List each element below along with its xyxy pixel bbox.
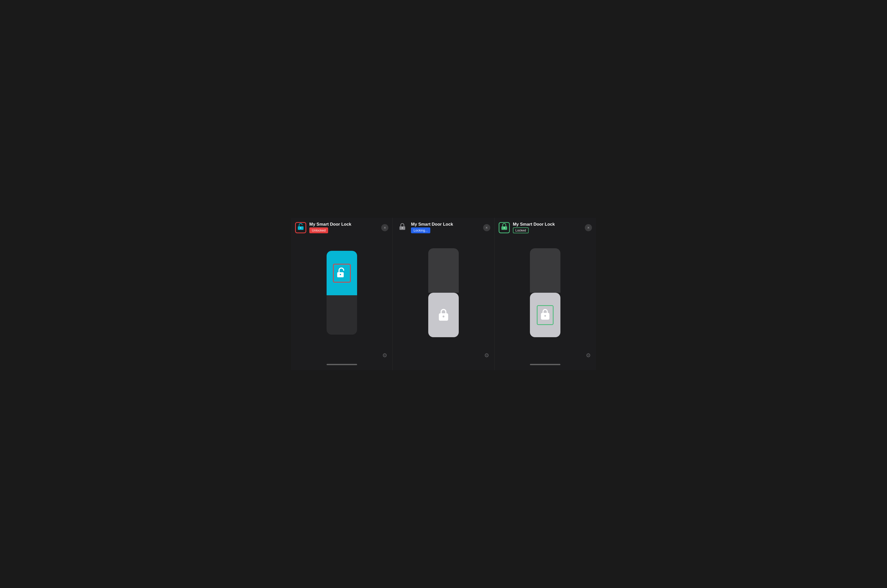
lock-icon-box-unlocked bbox=[333, 264, 351, 283]
bottom-area-locked bbox=[495, 364, 596, 370]
lock-icon-locking bbox=[438, 309, 449, 322]
panel-header-locked: My Smart Door Lock Locked × bbox=[495, 218, 596, 236]
panel-body-locked bbox=[495, 236, 596, 349]
header-icon-wrapper-unlocked bbox=[295, 222, 306, 233]
svg-point-3 bbox=[339, 274, 341, 275]
lock-shape-locked bbox=[530, 248, 560, 337]
panel-header-unlocked: My Smart Door Lock Unlocked × bbox=[291, 218, 392, 236]
status-badge-unlocked: Unlocked bbox=[309, 227, 328, 233]
lock-lower-locked bbox=[530, 293, 560, 337]
device-name-locking: My Smart Door Lock bbox=[411, 222, 480, 227]
panel-locking: My Smart Door Lock Locking... × ⚙ bbox=[393, 218, 494, 370]
panel-footer-unlocked: ⚙ bbox=[291, 349, 392, 364]
panel-footer-locking: ⚙ bbox=[393, 349, 494, 364]
home-indicator-unlocked bbox=[327, 364, 357, 365]
unlock-icon bbox=[336, 267, 347, 278]
header-lock-icon-locked bbox=[500, 223, 508, 232]
svg-point-9 bbox=[504, 227, 505, 228]
svg-point-5 bbox=[402, 227, 403, 228]
close-button-unlocked[interactable]: × bbox=[381, 224, 388, 231]
panel-unlocked: My Smart Door Lock Unlocked × bbox=[291, 218, 393, 370]
header-icon-wrapper-locked bbox=[499, 222, 510, 233]
close-button-locking[interactable]: × bbox=[483, 224, 490, 231]
panel-body-unlocked bbox=[291, 236, 392, 349]
panel-locked: My Smart Door Lock Locked × bbox=[495, 218, 596, 370]
gear-icon-locking[interactable]: ⚙ bbox=[484, 352, 489, 359]
lock-upper-locking bbox=[428, 248, 459, 293]
lock-icon-box-locked bbox=[537, 305, 554, 325]
lock-shape-locking bbox=[428, 248, 459, 337]
status-badge-locking: Locking... bbox=[411, 227, 430, 233]
lock-upper-unlocked bbox=[327, 251, 357, 295]
lock-lower-unlocked bbox=[327, 295, 357, 334]
bottom-area-locking bbox=[393, 364, 494, 370]
header-lock-icon-locking bbox=[399, 223, 406, 232]
header-text-locked: My Smart Door Lock Locked bbox=[513, 222, 582, 233]
svg-point-1 bbox=[300, 227, 301, 228]
panel-footer-locked: ⚙ bbox=[495, 349, 596, 364]
header-text-locking: My Smart Door Lock Locking... bbox=[411, 222, 480, 233]
lock-lower-locking bbox=[428, 293, 459, 337]
panels-container: My Smart Door Lock Unlocked × bbox=[291, 218, 596, 370]
status-badge-locked: Locked bbox=[513, 227, 529, 233]
close-button-locked[interactable]: × bbox=[585, 224, 592, 231]
home-indicator-locked bbox=[530, 364, 560, 365]
lock-icon-locked bbox=[540, 309, 550, 321]
device-name-locked: My Smart Door Lock bbox=[513, 222, 582, 227]
lock-shape-unlocked bbox=[327, 251, 357, 334]
panel-header-locking: My Smart Door Lock Locking... × bbox=[393, 218, 494, 236]
svg-point-11 bbox=[545, 315, 546, 316]
gear-icon-locked[interactable]: ⚙ bbox=[586, 352, 591, 359]
header-lock-icon-unlocked bbox=[297, 223, 305, 232]
header-text-unlocked: My Smart Door Lock Unlocked bbox=[309, 222, 378, 233]
svg-point-7 bbox=[443, 316, 444, 317]
lock-upper-locked bbox=[530, 248, 560, 293]
panel-body-locking bbox=[393, 236, 494, 349]
bottom-area-unlocked bbox=[291, 364, 392, 370]
header-icon-wrapper-locking bbox=[397, 222, 408, 233]
device-name-unlocked: My Smart Door Lock bbox=[309, 222, 378, 227]
gear-icon-unlocked[interactable]: ⚙ bbox=[382, 352, 387, 359]
